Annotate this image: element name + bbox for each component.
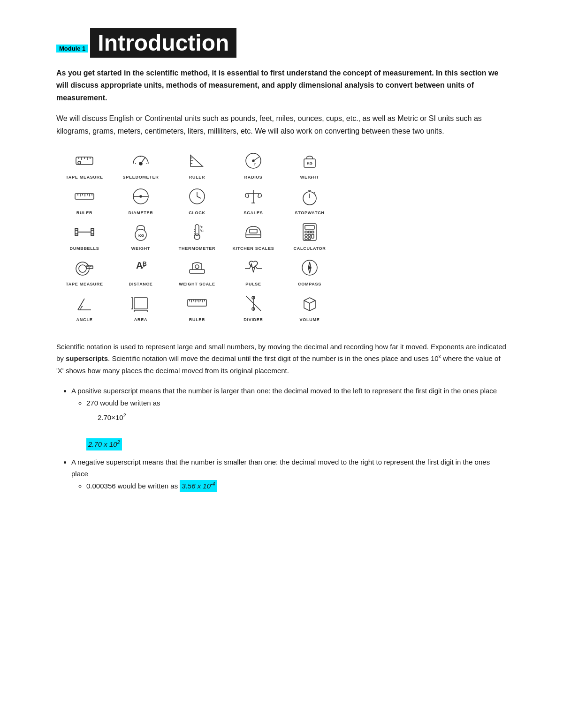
- svg-point-86: [309, 267, 311, 269]
- svg-rect-69: [312, 234, 314, 238]
- icon-label-weight: WEIGHT: [300, 175, 319, 180]
- icon-label-pulse: PULSE: [245, 282, 261, 286]
- svg-text:KG: KG: [307, 161, 312, 165]
- svg-rect-68: [308, 234, 311, 236]
- icon-label-weight-kettlebell: WEIGHT: [131, 246, 150, 251]
- icon-ruler-flat: RULER: [56, 184, 113, 215]
- svg-point-6: [78, 161, 81, 164]
- icon-ruler-long: RULER: [169, 291, 225, 322]
- page-title: Introduction: [90, 28, 236, 58]
- notation-highlighted-negative: 3.56 x 10-4: [180, 480, 217, 492]
- icon-calculator: CALCULATOR: [282, 220, 338, 251]
- icon-label-volume: VOLUME: [300, 317, 320, 322]
- svg-point-83: [195, 265, 199, 269]
- svg-rect-48: [91, 228, 94, 230]
- icon-divider: DIVIDER: [225, 291, 282, 322]
- icon-label-thermometer: THERMOMETER: [179, 246, 215, 251]
- module-label: Module 1: [56, 45, 88, 53]
- svg-rect-61: [250, 229, 257, 233]
- icon-label-tape-measure2: TAPE MEASURE: [66, 282, 103, 286]
- svg-rect-65: [308, 231, 311, 233]
- icon-compass: COMPASS: [282, 255, 338, 286]
- icon-label-kitchen-scales: KITCHEN SCALES: [232, 246, 274, 251]
- icon-label-stopwatch: STOPWATCH: [295, 210, 324, 215]
- icon-label-ruler-flat: RULER: [76, 210, 93, 215]
- icon-weight-kg: KG WEIGHT: [282, 149, 338, 180]
- icons-grid: TAPE MEASURE SPEEDOMETER RULER r RADIUS: [56, 149, 507, 322]
- icon-label-compass: COMPASS: [298, 282, 321, 286]
- svg-rect-49: [91, 234, 94, 236]
- svg-text:°C: °C: [200, 229, 204, 233]
- icon-ruler-triangle: RULER: [169, 149, 225, 180]
- svg-point-54: [194, 234, 200, 240]
- svg-text:A: A: [136, 260, 143, 270]
- icon-thermometer: °F °C THERMOMETER: [169, 220, 225, 251]
- body-paragraph: We will discuss English or Continental u…: [56, 113, 507, 137]
- svg-rect-63: [305, 225, 314, 229]
- svg-rect-47: [91, 230, 94, 234]
- icon-label-ruler-long: RULER: [189, 317, 205, 322]
- icon-tape-measure: TAPE MEASURE: [56, 149, 113, 180]
- svg-point-73: [79, 265, 86, 272]
- bullet-negative: A negative superscript means that the nu…: [71, 456, 507, 492]
- svg-rect-66: [312, 231, 314, 233]
- svg-text:KG: KG: [138, 233, 144, 238]
- svg-rect-64: [305, 231, 307, 233]
- icon-dumbbells: DUMBBELLS: [56, 220, 113, 251]
- icon-label-calculator: CALCULATOR: [294, 246, 326, 251]
- icon-label-angle: ANGLE: [76, 317, 92, 322]
- svg-point-32: [140, 195, 142, 197]
- icon-speedometer: SPEEDOMETER: [113, 149, 169, 180]
- icon-label-weight-scale: WEIGHT SCALE: [179, 282, 215, 286]
- icon-tape-measure2: TAPE MEASURE: [56, 255, 113, 286]
- icon-stopwatch: STOPWATCH: [282, 184, 338, 215]
- icon-label-ruler-triangle: RULER: [189, 175, 205, 180]
- svg-rect-71: [308, 238, 311, 240]
- icon-volume: VOLUME: [282, 291, 338, 322]
- bullet-000356: 0.000356 would be written as 3.56 x 10-4: [86, 480, 507, 492]
- icon-label-radius: RADIUS: [244, 175, 263, 180]
- icon-label-tape-measure: TAPE MEASURE: [66, 175, 103, 180]
- icon-label-diameter: DIAMETER: [129, 210, 153, 215]
- svg-rect-44: [75, 230, 78, 234]
- notation-highlighted-positive: 2.70 x 102: [86, 438, 122, 450]
- intro-paragraph: As you get started in the scientific met…: [56, 67, 507, 104]
- icon-radius: r RADIUS: [225, 149, 282, 180]
- notation-plain: 2.70×102: [98, 412, 507, 424]
- icon-diameter: DIAMETER: [113, 184, 169, 215]
- svg-rect-67: [305, 234, 307, 236]
- sci-notation-paragraph: Scientific notation is used to represent…: [56, 341, 507, 377]
- icon-label-scales: SCALES: [244, 210, 263, 215]
- svg-text:r: r: [254, 162, 256, 166]
- svg-line-35: [197, 196, 201, 198]
- svg-rect-45: [75, 228, 78, 230]
- icon-distance: A B DISTANCE: [113, 255, 169, 286]
- svg-text:°F: °F: [200, 225, 203, 229]
- icon-label-area: AREA: [134, 317, 147, 322]
- svg-line-43: [314, 192, 315, 193]
- svg-line-8: [141, 157, 145, 164]
- icon-area: AREA: [113, 291, 169, 322]
- svg-rect-82: [190, 270, 205, 273]
- bullet-positive: A positive superscript means that the nu…: [71, 385, 507, 450]
- icon-weight-kettlebell: KG WEIGHT: [113, 220, 169, 251]
- icon-label-divider: DIVIDER: [243, 317, 263, 322]
- bullet-list: A positive superscript means that the nu…: [71, 385, 507, 492]
- icon-clock: CLOCK: [169, 184, 225, 215]
- icon-pulse: PULSE: [225, 255, 282, 286]
- bullet-270: 270 would be written as 2.70×102 2.70 x …: [86, 397, 507, 450]
- icon-angle: ANGLE: [56, 291, 113, 322]
- svg-rect-89: [134, 298, 147, 309]
- icon-scales: SCALES: [225, 184, 282, 215]
- svg-rect-46: [75, 234, 78, 236]
- icon-label-clock: CLOCK: [189, 210, 205, 215]
- icon-label-speedometer: SPEEDOMETER: [123, 175, 159, 180]
- icon-label-distance: DISTANCE: [129, 282, 152, 286]
- icon-kitchen-scales: KITCHEN SCALES: [225, 220, 282, 251]
- svg-rect-70: [305, 238, 307, 240]
- svg-rect-60: [246, 235, 261, 238]
- icon-weight-scale: WEIGHT SCALE: [169, 255, 225, 286]
- icon-label-dumbbells: DUMBBELLS: [70, 246, 99, 251]
